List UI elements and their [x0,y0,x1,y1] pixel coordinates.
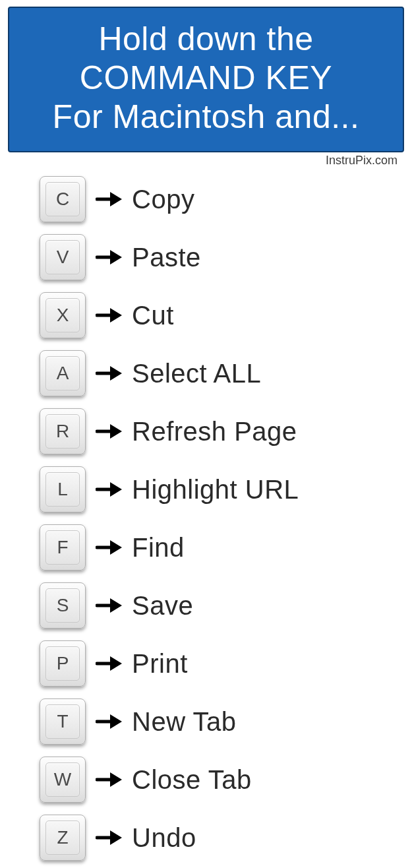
keycap: Z [40,815,86,861]
keycap: S [40,582,86,629]
keycap: T [40,698,86,745]
shortcut-action: Select ALL [132,359,261,388]
shortcut-action: Find [132,533,185,563]
keycap-letter: Z [57,827,68,848]
keycap: L [40,466,86,512]
header-line-2: COMMAND KEY [16,59,396,98]
shortcut-action: Print [132,649,188,679]
arrow-right-icon [86,306,132,325]
shortcut-row: A Select ALL [40,344,412,402]
svg-marker-23 [110,830,122,845]
keycap-letter: V [57,247,69,268]
svg-marker-19 [110,714,122,729]
arrow-right-icon [86,828,132,847]
svg-marker-1 [110,192,122,206]
keycap-letter: L [57,479,68,500]
shortcut-list: C CopyV PasteX CutA Select ALLR Refresh … [0,168,412,867]
shortcut-row: Z Undo [40,809,412,867]
arrow-right-icon [86,596,132,615]
keycap-letter: A [57,363,69,384]
arrow-right-icon [86,248,132,266]
shortcut-row: W Close Tab [40,751,412,809]
shortcut-action: Refresh Page [132,417,297,447]
shortcut-action: Save [132,591,193,621]
header-line-1: Hold down the [16,20,396,59]
svg-marker-3 [110,250,122,264]
shortcut-action: Paste [132,243,201,272]
keycap: W [40,757,86,803]
shortcut-action: Cut [132,301,174,330]
attribution-text: InstruPix.com [0,152,412,168]
keycap-letter: R [56,421,69,442]
shortcut-action: New Tab [132,707,236,737]
arrow-right-icon [86,654,132,673]
keycap: R [40,408,86,454]
shortcut-action: Copy [132,185,194,214]
keycap: F [40,524,86,571]
arrow-right-icon [86,480,132,499]
svg-marker-9 [110,424,122,439]
arrow-right-icon [86,190,132,208]
svg-marker-5 [110,308,122,323]
arrow-right-icon [86,422,132,441]
svg-marker-15 [110,598,122,613]
keycap-letter: X [57,305,69,326]
shortcut-row: X Cut [40,286,412,344]
keycap-letter: T [57,711,68,732]
keycap-letter: S [57,595,69,616]
svg-marker-7 [110,366,122,381]
shortcut-row: S Save [40,576,412,635]
arrow-right-icon [86,364,132,383]
header-banner: Hold down the COMMAND KEY For Macintosh … [8,7,404,152]
shortcut-row: V Paste [40,228,412,286]
keycap-letter: C [56,189,69,210]
svg-marker-13 [110,540,122,555]
header-line-3: For Macintosh and... [16,98,396,137]
svg-marker-17 [110,656,122,671]
shortcut-row: T New Tab [40,693,412,751]
svg-marker-11 [110,482,122,497]
arrow-right-icon [86,712,132,731]
keycap-letter: P [57,653,69,674]
shortcut-row: F Find [40,518,412,576]
shortcut-row: L Highlight URL [40,460,412,518]
arrow-right-icon [86,770,132,789]
shortcut-row: C Copy [40,170,412,228]
svg-marker-21 [110,772,122,787]
keycap-letter: F [57,537,68,558]
shortcut-row: P Print [40,635,412,693]
keycap-letter: W [54,769,71,790]
shortcut-row: R Refresh Page [40,402,412,460]
arrow-right-icon [86,538,132,557]
keycap: X [40,292,86,338]
keycap: P [40,640,86,687]
keycap: V [40,234,86,280]
keycap: A [40,350,86,396]
shortcut-action: Close Tab [132,765,252,795]
shortcut-action: Undo [132,823,196,853]
shortcut-action: Highlight URL [132,475,299,505]
keycap: C [40,176,86,222]
